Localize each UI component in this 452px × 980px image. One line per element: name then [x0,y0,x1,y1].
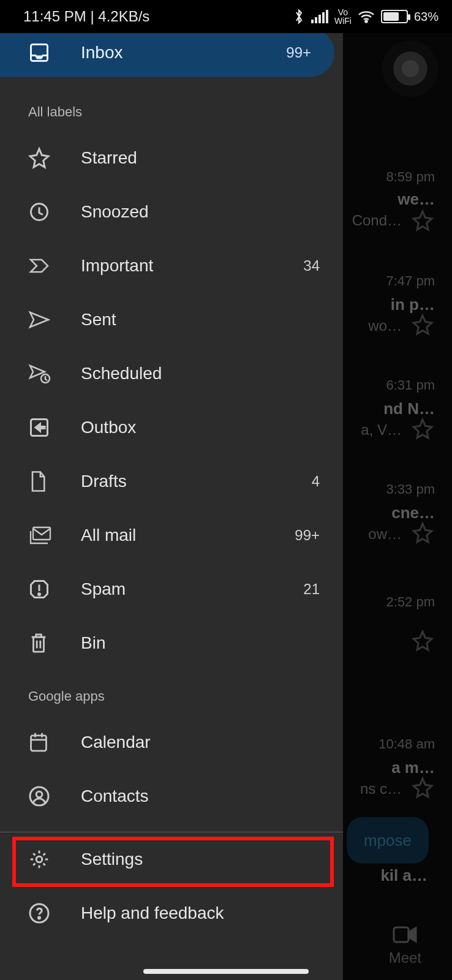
drawer-item-sent[interactable]: Sent [0,293,343,347]
trash-icon [28,631,49,655]
home-indicator [143,969,309,974]
drawer-item-label: Important [81,256,153,276]
svg-rect-12 [33,527,50,540]
drawer-item-count: 21 [303,581,320,598]
drawer-item-label: Outbox [81,418,136,437]
drawer-item-contacts[interactable]: Contacts [0,769,343,823]
status-bar: 11:45 PM | 4.2KB/s Vo WiFi 63% [0,0,452,33]
drawer-item-label: Bin [81,633,105,653]
inbox-icon [28,42,50,64]
svg-rect-1 [315,17,317,23]
section-google-apps: Google apps [0,670,343,715]
svg-point-16 [30,787,48,805]
section-all-labels: All labels [0,94,343,131]
drawer-item-label: Scheduled [81,364,162,383]
drawer-item-starred[interactable]: Starred [0,131,343,185]
scheduled-icon [28,364,51,383]
svg-rect-0 [311,20,314,23]
drawer-item-count: 99+ [295,527,320,544]
status-time-net: 11:45 PM | 4.2KB/s [23,8,149,25]
drawer-item-count: 4 [312,473,320,490]
svg-point-17 [36,791,42,797]
gear-icon [28,848,50,870]
drawer-item-spam[interactable]: Spam 21 [0,562,343,616]
svg-rect-14 [34,637,44,652]
drawer-item-inbox[interactable]: Inbox 99+ [0,33,334,77]
svg-point-18 [36,856,42,862]
all-mail-icon [28,525,53,546]
signal-icon [311,10,328,23]
svg-rect-15 [31,736,47,751]
drawer-item-calendar[interactable]: Calendar [0,715,343,769]
drawer-item-label: Drafts [81,472,127,491]
important-icon [28,257,50,274]
drawer-item-bin[interactable]: Bin [0,616,343,670]
drawer-item-label: Contacts [81,786,149,806]
drawer-item-count: 99+ [286,44,311,61]
svg-rect-3 [322,12,325,23]
drawer-item-label: Starred [81,148,137,168]
nav-drawer: Inbox 99+ All labels Starred Snoozed Imp… [0,33,343,980]
drawer-item-label: Help and feedback [81,903,224,923]
svg-rect-4 [326,10,328,23]
drawer-item-label: Snoozed [81,202,149,222]
drawer-item-label: Settings [81,850,143,869]
battery-icon [381,10,408,23]
drawer-item-help[interactable]: Help and feedback [0,886,343,940]
battery-percent: 63% [414,10,439,24]
bluetooth-icon [293,8,305,25]
drawer-item-label: Sent [81,310,116,330]
drawer-item-allmail[interactable]: All mail 99+ [0,508,343,562]
drawer-item-drafts[interactable]: Drafts 4 [0,454,343,508]
file-icon [28,470,48,492]
drawer-item-label: Inbox [81,43,123,62]
svg-rect-2 [318,15,321,23]
clock-icon [28,201,50,223]
calendar-icon [28,731,49,753]
svg-point-13 [39,594,40,595]
drawer-item-scheduled[interactable]: Scheduled [0,347,343,401]
drawer-item-label: Calendar [81,733,151,752]
drawer-item-snoozed[interactable]: Snoozed [0,185,343,239]
send-icon [28,311,50,329]
contacts-icon [28,785,50,807]
status-icons: Vo WiFi 63% [293,8,439,25]
drawer-item-label: All mail [81,526,136,545]
drawer-item-outbox[interactable]: Outbox [0,401,343,454]
star-icon [28,147,50,169]
drawer-item-label: Spam [81,579,126,599]
vowifi-icon: Vo WiFi [334,8,352,25]
svg-point-5 [365,20,367,22]
help-icon [28,902,50,924]
spam-icon [28,578,50,600]
drawer-item-count: 34 [303,257,320,274]
outbox-icon [28,417,50,439]
wifi-icon [358,10,375,23]
svg-point-20 [39,917,40,919]
drawer-item-settings[interactable]: Settings [0,832,343,886]
drawer-item-important[interactable]: Important 34 [0,239,343,293]
